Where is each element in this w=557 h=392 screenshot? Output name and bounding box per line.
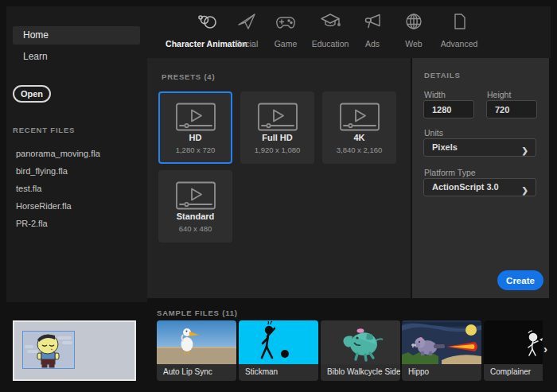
platform-type-dropdown[interactable]: ActionScript 3.0 ❯︎ (423, 178, 536, 196)
preset-name: HD (160, 133, 231, 142)
seagull-beach-thumbnail (157, 320, 236, 364)
create-button[interactable]: Create (497, 270, 543, 290)
platform-type-label: Platform Type (424, 168, 476, 177)
chevron-down-icon: ❯︎ (522, 182, 528, 199)
video-preset-icon (175, 181, 216, 210)
preset-card-standard[interactable]: Standard 640 x 480 (158, 170, 232, 243)
tab-label: Education (312, 39, 349, 49)
sample-name: Complainer (484, 364, 543, 376)
sidebar: Home Learn Open RECENT FILES panorama_mo… (6, 6, 147, 302)
recent-file-item[interactable]: test.fla (16, 184, 143, 200)
recent-files-heading: RECENT FILES (13, 126, 75, 134)
units-label: Units (424, 128, 443, 138)
complainer-thumbnail (484, 320, 543, 364)
preset-size: 1,280 x 720 (160, 146, 231, 154)
biblo-creature-thumbnail (321, 320, 400, 364)
video-preset-icon (339, 103, 380, 131)
video-preset-icon (257, 103, 298, 131)
sample-name: Auto Lip Sync (157, 364, 236, 376)
sample-name: Stickman (239, 364, 318, 376)
sample-card-complainer[interactable]: Complainer (484, 320, 543, 381)
preset-name: Full HD (242, 133, 313, 142)
preset-card-full-hd[interactable]: Full HD 1,920 x 1,080 (240, 91, 314, 164)
tab-label: Advanced (441, 39, 478, 49)
recent-file-item[interactable]: panorama_moving.fla (16, 149, 143, 165)
recent-file-item[interactable]: bird_flying.fla (16, 166, 143, 182)
tab-game[interactable]: Game (268, 11, 303, 50)
preset-size: 640 x 480 (160, 224, 231, 233)
megaphone-icon (362, 11, 383, 32)
tab-ads[interactable]: Ads (357, 11, 388, 50)
tab-label: Ads (365, 39, 380, 49)
recent-file-item[interactable]: HorseRider.fla (16, 201, 143, 217)
details-heading: DETAILS (424, 71, 461, 80)
sidebar-item-learn[interactable]: Learn (13, 48, 140, 66)
sample-card-auto-lip-sync[interactable]: Auto Lip Sync (157, 320, 236, 381)
document-icon (449, 11, 469, 32)
tab-label: Game (275, 39, 298, 49)
sidebar-item-home[interactable]: Home (13, 26, 140, 45)
paper-plane-icon (236, 11, 257, 32)
open-button[interactable]: Open (13, 85, 51, 103)
chevron-down-icon: ❯︎ (522, 142, 528, 159)
graduation-cap-icon (320, 11, 341, 32)
samples-next-arrow[interactable]: › (543, 343, 547, 355)
preset-name: 4K (324, 133, 395, 142)
sample-card-biblo-walkcycle[interactable]: Biblo Walkcycle Side (321, 320, 400, 381)
tab-social[interactable]: Social (229, 11, 264, 50)
preset-size: 1,920 x 1,080 (242, 146, 313, 154)
presets-panel: PRESETS (4) HD 1,280 x 720 (147, 58, 411, 298)
project-preview-thumbnail[interactable] (13, 320, 136, 381)
units-value: Pixels (432, 142, 458, 152)
globe-icon (403, 11, 424, 32)
tab-education[interactable]: Education (306, 11, 354, 50)
height-input[interactable] (486, 100, 537, 118)
tab-label: Web (405, 39, 422, 49)
sample-name: Hippo (402, 364, 481, 376)
stickman-thumbnail (239, 320, 318, 364)
animate-start-screen: Home Learn Open RECENT FILES panorama_mo… (0, 0, 557, 392)
preview-character-image (22, 331, 75, 369)
category-tabbar: Character Animation Social Ga (147, 6, 551, 58)
sample-files-row: Auto Lip Sync Stickman (157, 320, 543, 381)
sample-name: Biblo Walkcycle Side (321, 364, 400, 376)
units-dropdown[interactable]: Pixels ❯︎ (423, 138, 536, 157)
preset-size: 3,840 x 2,160 (324, 146, 395, 154)
platform-type-value: ActionScript 3.0 (432, 182, 499, 192)
video-preset-icon (175, 103, 216, 131)
sidebar-item-learn-label: Learn (23, 51, 48, 62)
sample-files-heading: SAMPLE FILES (11) (157, 309, 238, 317)
width-input[interactable] (423, 100, 474, 118)
preset-card-hd[interactable]: HD 1,280 x 720 (158, 91, 232, 164)
width-label: Width (424, 90, 446, 99)
gamepad-icon (275, 11, 296, 32)
height-label: Height (487, 90, 511, 99)
preset-name: Standard (160, 212, 231, 221)
presets-heading: PRESETS (4) (162, 72, 215, 81)
tab-label: Social (236, 39, 259, 49)
details-panel: DETAILS Width Height Units Pixels ❯︎ Pla… (412, 58, 549, 298)
sample-card-hippo[interactable]: Hippo (402, 320, 481, 381)
sidebar-item-home-label: Home (23, 29, 49, 41)
tab-web[interactable]: Web (398, 11, 430, 50)
hippo-night-thumbnail (402, 320, 481, 364)
sample-card-stickman[interactable]: Stickman (239, 320, 318, 381)
recent-file-item[interactable]: PR-2.fla (16, 219, 143, 235)
preset-card-4k[interactable]: 4K 3,840 x 2,160 (322, 91, 396, 164)
tab-advanced[interactable]: Advanced (436, 11, 482, 50)
character-animation-icon (196, 11, 218, 32)
cartoon-character-illustration (23, 332, 75, 369)
